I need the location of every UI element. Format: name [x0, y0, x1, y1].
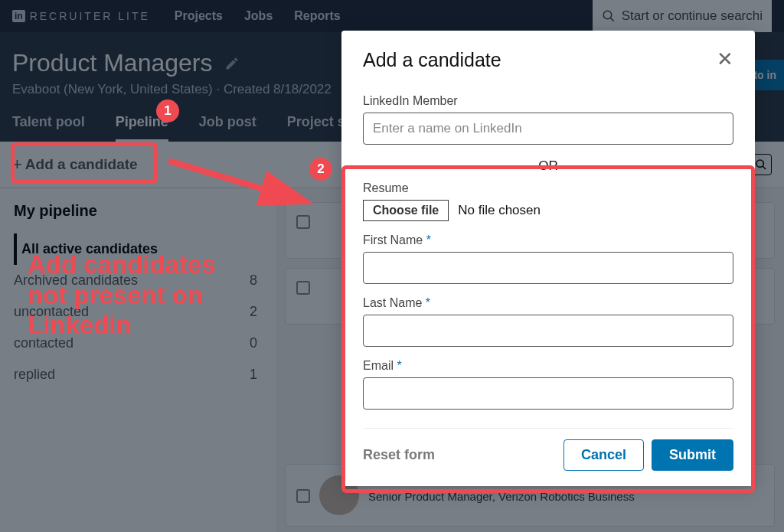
first-name-label: First Name *: [363, 233, 733, 247]
last-name-input[interactable]: [363, 315, 733, 347]
linkedin-member-label: LinkedIn Member: [363, 94, 733, 108]
add-candidate-modal: Add a candidate ✕ LinkedIn Member OR Res…: [341, 31, 755, 486]
close-icon[interactable]: ✕: [717, 49, 733, 69]
annotation-badge-2: 2: [309, 158, 332, 181]
annotation-badge-1: 1: [156, 100, 179, 122]
reset-form-link[interactable]: Reset form: [363, 447, 435, 463]
submit-button[interactable]: Submit: [652, 439, 733, 471]
modal-title: Add a candidate: [363, 49, 501, 71]
linkedin-member-input[interactable]: [363, 113, 733, 145]
email-input[interactable]: [363, 377, 733, 410]
annotation-callout-text: Add candidates not present on Linkedin: [28, 250, 216, 341]
resume-label: Resume: [363, 181, 733, 195]
last-name-label: Last Name *: [363, 296, 733, 310]
choose-file-button[interactable]: Choose file: [363, 200, 449, 221]
email-label: Email *: [363, 359, 733, 373]
or-separator: OR: [363, 158, 733, 174]
cancel-button[interactable]: Cancel: [564, 439, 644, 471]
no-file-text: No file chosen: [458, 203, 541, 218]
first-name-input[interactable]: [363, 252, 733, 284]
